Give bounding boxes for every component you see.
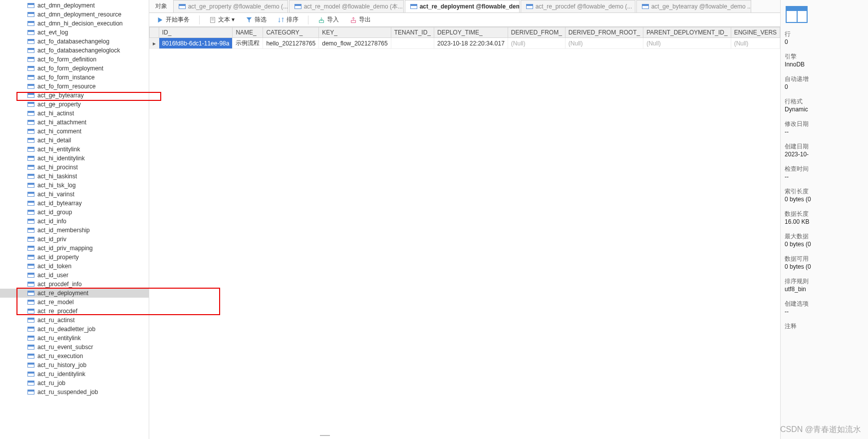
cell-id[interactable]: 8016fd8b-6dc1-11ee-98a bbox=[159, 38, 233, 49]
cell-parent-deployment[interactable]: (Null) bbox=[643, 38, 731, 49]
sidebar-item-act-id-user[interactable]: act_id_user bbox=[0, 271, 149, 280]
objects-label[interactable]: 对象 bbox=[153, 2, 173, 10]
cell-category[interactable]: hello_2021278765 bbox=[263, 38, 319, 49]
cell-deploy-time[interactable]: 2023-10-18 22:20:34.017 bbox=[434, 38, 508, 49]
export-button[interactable]: 导出 bbox=[346, 14, 374, 25]
sidebar-item-act-fo-form-deployment[interactable]: act_fo_form_deployment bbox=[0, 64, 149, 73]
cell-key[interactable]: demo_flow_2021278765 bbox=[319, 38, 391, 49]
sidebar-item-act-dmn-hi-decision-execution[interactable]: act_dmn_hi_decision_execution bbox=[0, 19, 149, 28]
data-grid[interactable]: ID_NAME_CATEGORY_KEY_TENANT_ID_DEPLOY_TI… bbox=[149, 27, 780, 439]
table-icon bbox=[27, 291, 34, 296]
col-id[interactable]: ID_ bbox=[159, 27, 233, 38]
col-tenant-id[interactable]: TENANT_ID_ bbox=[391, 27, 434, 38]
sidebar-item-act-fo-form-resource[interactable]: act_fo_form_resource bbox=[0, 82, 149, 91]
tab-act-re-model[interactable]: act_re_model @flowable_demo (本... bbox=[289, 0, 404, 12]
sidebar-item-act-ru-identitylink[interactable]: act_ru_identitylink bbox=[0, 370, 149, 379]
col-name[interactable]: NAME_ bbox=[233, 27, 263, 38]
col-deploy-time[interactable]: DEPLOY_TIME_ bbox=[434, 27, 508, 38]
sidebar-item-act-hi-attachment[interactable]: act_hi_attachment bbox=[0, 118, 149, 127]
table-icon bbox=[27, 75, 34, 80]
sidebar-item-act-hi-detail[interactable]: act_hi_detail bbox=[0, 136, 149, 145]
sidebar-item-act-hi-taskinst[interactable]: act_hi_taskinst bbox=[0, 172, 149, 181]
sidebar-item-act-ru-entitylink[interactable]: act_ru_entitylink bbox=[0, 334, 149, 343]
sidebar-item-act-hi-tsk-log[interactable]: act_hi_tsk_log bbox=[0, 181, 149, 190]
sidebar-item-label: act_fo_form_deployment bbox=[37, 65, 103, 72]
sidebar-item-act-procdef-info[interactable]: act_procdef_info bbox=[0, 280, 149, 289]
sidebar-item-act-ru-suspended-job[interactable]: act_ru_suspended_job bbox=[0, 388, 149, 397]
sidebar-item-act-re-deployment[interactable]: act_re_deployment bbox=[0, 289, 149, 298]
col-category[interactable]: CATEGORY_ bbox=[263, 27, 319, 38]
sidebar-item-act-id-token[interactable]: act_id_token bbox=[0, 262, 149, 271]
maxdata-label: 最大数据 bbox=[785, 232, 864, 241]
collation-label: 排序规则 bbox=[785, 277, 864, 286]
sidebar-item-act-fo-databasechangeloglock[interactable]: act_fo_databasechangeloglock bbox=[0, 46, 149, 55]
sidebar-item-act-hi-entitylink[interactable]: act_hi_entitylink bbox=[0, 145, 149, 154]
sidebar-item-act-dmn-deployment[interactable]: act_dmn_deployment bbox=[0, 1, 149, 10]
filter-button[interactable]: 筛选 bbox=[242, 14, 270, 25]
import-button[interactable]: 导入 bbox=[314, 14, 342, 25]
sidebar-item-act-id-membership[interactable]: act_id_membership bbox=[0, 226, 149, 235]
sidebar-item-label: act_re_procdef bbox=[37, 308, 77, 315]
sidebar-item-act-dmn-deployment-resource[interactable]: act_dmn_deployment_resource bbox=[0, 10, 149, 19]
table-large-icon bbox=[786, 6, 808, 23]
sidebar-item-act-hi-varinst[interactable]: act_hi_varinst bbox=[0, 190, 149, 199]
sidebar-item-label: act_id_priv_mapping bbox=[37, 245, 93, 252]
sidebar-item-act-hi-identitylink[interactable]: act_hi_identitylink bbox=[0, 154, 149, 163]
sidebar-item-act-id-priv-mapping[interactable]: act_id_priv_mapping bbox=[0, 244, 149, 253]
sidebar-item-act-ru-job[interactable]: act_ru_job bbox=[0, 379, 149, 388]
cell-engine-version[interactable]: (Null) bbox=[731, 38, 780, 49]
table-icon bbox=[27, 345, 34, 350]
col-derived-from-root[interactable]: DERIVED_FROM_ROOT_ bbox=[565, 27, 643, 38]
sidebar-item-act-id-info[interactable]: act_id_info bbox=[0, 217, 149, 226]
sidebar-item-act-fo-form-definition[interactable]: act_fo_form_definition bbox=[0, 55, 149, 64]
svg-rect-5 bbox=[319, 20, 324, 22]
tab-act-ge-bytearray[interactable]: act_ge_bytearray @flowable_demo ... bbox=[636, 0, 751, 12]
sidebar-item-act-id-property[interactable]: act_id_property bbox=[0, 253, 149, 262]
sidebar-item-act-hi-comment[interactable]: act_hi_comment bbox=[0, 127, 149, 136]
sidebar-item-label: act_ru_execution bbox=[37, 353, 83, 360]
begin-transaction-button[interactable]: 开始事务 bbox=[153, 14, 193, 25]
col-derived-from[interactable]: DERIVED_FROM_ bbox=[508, 27, 565, 38]
sidebar-item-act-re-model[interactable]: act_re_model bbox=[0, 298, 149, 307]
table-icon bbox=[27, 363, 34, 368]
sidebar-item-act-fo-form-instance[interactable]: act_fo_form_instance bbox=[0, 73, 149, 82]
sidebar-item-act-ru-actinst[interactable]: act_ru_actinst bbox=[0, 316, 149, 325]
sidebar-item-act-id-group[interactable]: act_id_group bbox=[0, 208, 149, 217]
cell-tenant[interactable] bbox=[391, 38, 434, 49]
col-key[interactable]: KEY_ bbox=[319, 27, 391, 38]
table-icon bbox=[27, 282, 34, 287]
cell-derived-from[interactable]: (Null) bbox=[508, 38, 565, 49]
table-row[interactable]: ▸ 8016fd8b-6dc1-11ee-98a 示例流程 hello_2021… bbox=[149, 38, 780, 49]
sidebar-item-label: act_id_priv bbox=[37, 236, 66, 243]
tab-act-re-deployment[interactable]: act_re_deployment @flowable_dem... bbox=[405, 0, 520, 12]
sidebar-item-act-ru-deadletter-job[interactable]: act_ru_deadletter_job bbox=[0, 325, 149, 334]
table-icon bbox=[27, 120, 34, 125]
col-parent-deployment-id[interactable]: PARENT_DEPLOYMENT_ID_ bbox=[643, 27, 731, 38]
table-icon bbox=[27, 111, 34, 116]
sidebar-item-act-ru-history-job[interactable]: act_ru_history_job bbox=[0, 361, 149, 370]
sidebar-item-act-ru-event-subscr[interactable]: act_ru_event_subscr bbox=[0, 343, 149, 352]
tab-act-re-procdef[interactable]: act_re_procdef @flowable_demo (... bbox=[521, 0, 635, 12]
sidebar-item-act-hi-procinst[interactable]: act_hi_procinst bbox=[0, 163, 149, 172]
sidebar-item-act-evt-log[interactable]: act_evt_log bbox=[0, 28, 149, 37]
toolbar: 开始事务 文本 ▾ 筛选 排序 导入 导出 bbox=[149, 13, 780, 27]
table-icon bbox=[27, 237, 34, 242]
main-area: 对象 act_ge_property @flowable_demo (...ac… bbox=[149, 0, 780, 439]
cell-derived-from-root[interactable]: (Null) bbox=[565, 38, 643, 49]
sidebar-item-act-ge-bytearray[interactable]: act_ge_bytearray bbox=[0, 91, 149, 100]
sidebar-item-act-id-bytearray[interactable]: act_id_bytearray bbox=[0, 199, 149, 208]
col-engine-vers[interactable]: ENGINE_VERS bbox=[731, 27, 780, 38]
sidebar-item-act-fo-databasechangelog[interactable]: act_fo_databasechangelog bbox=[0, 37, 149, 46]
sidebar-item-act-hi-actinst[interactable]: act_hi_actinst bbox=[0, 109, 149, 118]
sidebar-item-label: act_fo_form_instance bbox=[37, 74, 95, 81]
sidebar-item-act-ge-property[interactable]: act_ge_property bbox=[0, 100, 149, 109]
splitter-handle[interactable] bbox=[320, 435, 330, 439]
createopt-value: -- bbox=[785, 308, 864, 315]
sidebar-item-act-re-procdef[interactable]: act_re_procdef bbox=[0, 307, 149, 316]
sort-button[interactable]: 排序 bbox=[274, 14, 302, 25]
sidebar-item-act-ru-execution[interactable]: act_ru_execution bbox=[0, 352, 149, 361]
tab-act-ge-property[interactable]: act_ge_property @flowable_demo (... bbox=[173, 0, 288, 12]
text-button[interactable]: 文本 ▾ bbox=[206, 14, 238, 25]
cell-name[interactable]: 示例流程 bbox=[233, 38, 263, 49]
sidebar-item-act-id-priv[interactable]: act_id_priv bbox=[0, 235, 149, 244]
